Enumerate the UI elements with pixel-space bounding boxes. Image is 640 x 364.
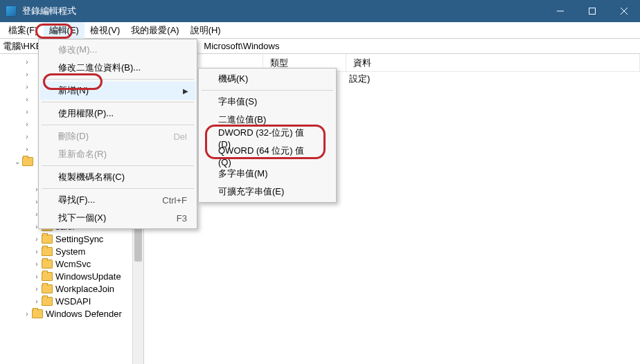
menu-edit[interactable]: 編輯(E) <box>44 22 85 39</box>
chevron-right-icon[interactable] <box>32 285 42 293</box>
tree-label: WcmSvc <box>55 259 91 269</box>
chevron-right-icon[interactable] <box>32 260 42 268</box>
chevron-right-icon[interactable] <box>22 120 32 128</box>
menu-favorites[interactable]: 我的最愛(A) <box>125 22 184 39</box>
chevron-right-icon[interactable] <box>22 83 32 91</box>
tree-label: WorkplaceJoin <box>55 284 114 294</box>
address-prefix: 電腦\HKE <box>3 40 42 53</box>
chevron-right-icon[interactable] <box>22 95 32 103</box>
tree-row[interactable]: WindowsUpdate <box>1 270 143 282</box>
maximize-button[interactable] <box>576 0 608 22</box>
menu-modify: 修改(M)... <box>40 41 195 59</box>
tree-label: WindowsUpdate <box>55 271 121 282</box>
new-qword[interactable]: QWORD (64 位元) 值(Q) <box>200 147 335 165</box>
chevron-right-icon[interactable] <box>22 133 32 140</box>
menubar: 檔案(F) 編輯(E) 檢視(V) 我的最愛(A) 說明(H) <box>0 22 640 39</box>
submenu-arrow-icon: ▶ <box>183 87 188 95</box>
folder-icon <box>42 235 53 244</box>
new-submenu: 機碼(K) 字串值(S) 二進位值(B) DWORD (32-位元) 值(D) … <box>198 68 337 203</box>
menu-permissions[interactable]: 使用權限(P)... <box>40 104 195 122</box>
edit-menu: 修改(M)... 修改二進位資料(B)... 新增(N)▶ 使用權限(P)...… <box>38 39 197 229</box>
menu-rename: 重新命名(R) <box>40 145 195 163</box>
chevron-right-icon[interactable] <box>32 273 42 280</box>
svg-rect-1 <box>589 8 596 15</box>
menu-new[interactable]: 新增(N)▶ <box>40 82 195 100</box>
window-titlebar: 登錄編輯程式 <box>0 0 640 22</box>
folder-icon <box>42 284 53 293</box>
chevron-down-icon[interactable] <box>12 158 22 165</box>
chevron-right-icon[interactable] <box>32 248 42 255</box>
new-string[interactable]: 字串值(S) <box>200 93 335 111</box>
tree-row[interactable]: Windows Defender <box>1 307 143 320</box>
chevron-right-icon[interactable] <box>22 108 32 116</box>
tree-label: System <box>55 246 85 257</box>
folder-icon <box>42 247 53 256</box>
folder-icon <box>42 260 53 269</box>
list-cell-data: 設定) <box>349 73 640 85</box>
menu-view[interactable]: 檢視(V) <box>85 22 125 39</box>
tree-label: Windows Defender <box>46 309 122 319</box>
app-icon <box>6 6 17 17</box>
new-multi-string[interactable]: 多字串值(M) <box>200 165 335 183</box>
menu-delete: 刪除(D)Del <box>40 127 195 145</box>
new-expand-string[interactable]: 可擴充字串值(E) <box>200 183 335 201</box>
chevron-right-icon[interactable] <box>32 298 42 305</box>
menu-find[interactable]: 尋找(F)...Ctrl+F <box>40 191 195 209</box>
menu-help[interactable]: 說明(H) <box>185 22 226 39</box>
tree-label: SettingSync <box>55 234 103 244</box>
tree-row[interactable]: WcmSvc <box>1 257 143 270</box>
folder-icon <box>42 272 53 281</box>
folder-icon <box>32 309 43 318</box>
minimize-button[interactable] <box>544 0 576 22</box>
menu-file[interactable]: 檔案(F) <box>3 22 44 39</box>
chevron-right-icon[interactable] <box>22 310 32 318</box>
tree-label: WSDAPI <box>55 296 91 307</box>
new-key[interactable]: 機碼(K) <box>200 70 335 88</box>
chevron-right-icon[interactable] <box>32 235 42 243</box>
menu-copy-key-name[interactable]: 複製機碼名稱(C) <box>40 168 195 186</box>
col-data[interactable]: 資料 <box>346 54 640 71</box>
menu-find-next[interactable]: 找下一個(X)F3 <box>40 209 195 227</box>
folder-icon <box>42 297 53 306</box>
window-title: 登錄編輯程式 <box>22 5 544 17</box>
tree-row[interactable]: WSDAPI <box>1 295 143 307</box>
tree-row[interactable]: WorkplaceJoin <box>1 282 143 295</box>
tree-row[interactable]: System <box>1 245 143 257</box>
folder-icon <box>22 157 33 166</box>
chevron-right-icon[interactable] <box>22 71 32 78</box>
chevron-right-icon[interactable] <box>22 145 32 153</box>
chevron-right-icon[interactable] <box>22 58 32 66</box>
close-button[interactable] <box>608 0 640 22</box>
tree-row[interactable]: SettingSync <box>1 233 143 245</box>
menu-modify-binary[interactable]: 修改二進位資料(B)... <box>40 59 195 77</box>
